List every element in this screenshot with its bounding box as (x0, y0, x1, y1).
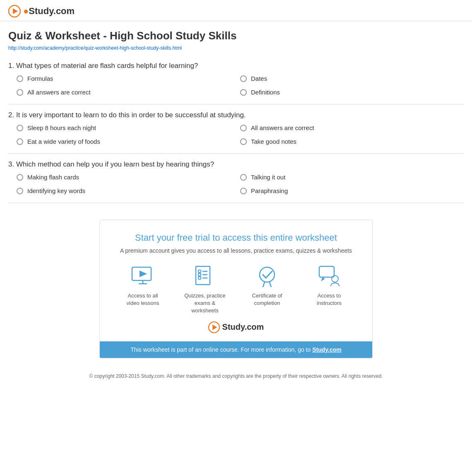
radio-q2a1[interactable] (17, 125, 23, 131)
promo-footer-link[interactable]: Study.com (312, 346, 342, 353)
promo-icon-instructor: Access toinstructors (306, 264, 352, 315)
answer-label-q3a3: Identifying key words (27, 187, 85, 194)
promo-quiz-label: Quizzes, practiceexams & worksheets (182, 292, 228, 315)
promo-instructor-label: Access toinstructors (317, 292, 342, 307)
answer-q3a1[interactable]: Making flash cards (17, 174, 232, 181)
question-3-answers: Making flash cards Talking it out Identi… (8, 174, 464, 198)
radio-q1a1[interactable] (17, 75, 23, 82)
logo-icon (8, 5, 21, 17)
page-url[interactable]: http://study.com/academy/practice/quiz-w… (8, 45, 182, 51)
radio-q3a4[interactable] (240, 188, 247, 194)
svg-rect-11 (198, 273, 201, 276)
answer-label-q3a4: Paraphrasing (251, 187, 288, 194)
answer-label-q2a2: All answers are correct (251, 124, 314, 131)
answer-label-q2a3: Eat a wide variety of foods (27, 138, 100, 145)
answer-label-q1a2: Dates (251, 75, 267, 82)
promo-icon-quiz: Quizzes, practiceexams & worksheets (182, 264, 228, 315)
answer-label-q2a1: Sleep 8 hours each night (27, 124, 96, 131)
questions-area: 1. What types of material are flash card… (0, 51, 472, 211)
question-1-answers: Formulas Dates All answers are correct D… (8, 75, 464, 100)
quiz-icon (193, 264, 217, 289)
answer-label-q3a2: Talking it out (251, 174, 285, 181)
radio-q1a4[interactable] (240, 89, 247, 96)
svg-rect-16 (319, 266, 334, 277)
promo-icons-row: Access to allvideo lessons Quizzes, prac… (112, 264, 360, 315)
logo: ●Study.com (8, 5, 464, 17)
promo-video-label: Access to allvideo lessons (127, 292, 159, 307)
answer-q2a1[interactable]: Sleep 8 hours each night (17, 124, 232, 131)
svg-line-15 (270, 282, 271, 287)
answer-label-q1a3: All answers are correct (27, 89, 91, 96)
svg-marker-1 (13, 8, 18, 14)
svg-line-14 (263, 282, 265, 287)
promo-box: Start your free trial to access this ent… (99, 220, 373, 358)
answer-q3a2[interactable]: Talking it out (240, 174, 455, 181)
answer-label-q1a4: Definitions (251, 89, 280, 96)
svg-rect-10 (198, 270, 201, 273)
answer-q1a2[interactable]: Dates (240, 75, 455, 82)
promo-subtitle: A premium account gives you access to al… (112, 247, 360, 254)
question-1: 1. What types of material are flash card… (8, 62, 464, 104)
page-title: Quiz & Worksheet - High School Study Ski… (8, 29, 464, 42)
radio-q3a3[interactable] (17, 188, 23, 194)
radio-q2a2[interactable] (240, 125, 247, 131)
answer-q2a2[interactable]: All answers are correct (240, 124, 455, 131)
question-2: 2. It is very important to learn to do t… (8, 111, 464, 154)
radio-q2a4[interactable] (240, 138, 247, 145)
answer-q3a4[interactable]: Paraphrasing (240, 187, 455, 194)
promo-footer: This worksheet is part of an online cour… (100, 341, 372, 358)
logo-text: ●Study.com (23, 6, 75, 17)
promo-icon-certificate: Certificate ofcompletion (244, 264, 290, 315)
promo-logo-icon (208, 321, 220, 333)
promo-footer-text: This worksheet is part of an online cour… (130, 346, 312, 353)
page-title-area: Quiz & Worksheet - High School Study Ski… (0, 21, 472, 51)
radio-q3a2[interactable] (240, 174, 247, 181)
promo-icon-video: Access to allvideo lessons (120, 264, 166, 315)
radio-q1a3[interactable] (17, 89, 23, 96)
video-lessons-icon (130, 264, 155, 289)
question-1-text: 1. What types of material are flash card… (8, 62, 464, 70)
answer-q1a3[interactable]: All answers are correct (17, 89, 232, 96)
answer-label-q1a1: Formulas (27, 75, 53, 82)
copyright-text: © copyright 2003-2015 Study.com. All oth… (89, 373, 383, 379)
answer-label-q2a4: Take good notes (251, 138, 296, 145)
radio-q3a1[interactable] (17, 174, 23, 181)
svg-marker-3 (140, 271, 147, 277)
radio-q2a3[interactable] (17, 138, 23, 145)
question-2-answers: Sleep 8 hours each night All answers are… (8, 124, 464, 149)
answer-q2a3[interactable]: Eat a wide variety of foods (17, 138, 232, 145)
certificate-icon (255, 264, 279, 289)
answer-label-q3a1: Making flash cards (27, 174, 79, 181)
header: ●Study.com (0, 0, 472, 21)
answer-q3a3[interactable]: Identifying key words (17, 187, 232, 194)
radio-q1a2[interactable] (240, 75, 247, 82)
question-3-text: 3. Which method can help you if you lear… (8, 160, 464, 169)
question-3: 3. Which method can help you if you lear… (8, 160, 464, 203)
answer-q1a4[interactable]: Definitions (240, 89, 455, 96)
answer-q2a4[interactable]: Take good notes (240, 138, 455, 145)
promo-certificate-label: Certificate ofcompletion (252, 292, 282, 307)
question-2-text: 2. It is very important to learn to do t… (8, 111, 464, 119)
answer-q1a1[interactable]: Formulas (17, 75, 232, 82)
svg-point-18 (332, 275, 338, 282)
promo-logo: Study.com (112, 321, 360, 333)
svg-rect-12 (198, 277, 201, 279)
promo-inner: Start your free trial to access this ent… (100, 220, 372, 341)
promo-logo-text: Study.com (222, 322, 264, 332)
svg-marker-20 (212, 324, 217, 330)
copyright: © copyright 2003-2015 Study.com. All oth… (0, 367, 472, 387)
svg-point-13 (260, 267, 275, 282)
instructor-icon (317, 264, 342, 289)
svg-marker-17 (321, 277, 325, 281)
promo-title: Start your free trial to access this ent… (112, 232, 360, 243)
